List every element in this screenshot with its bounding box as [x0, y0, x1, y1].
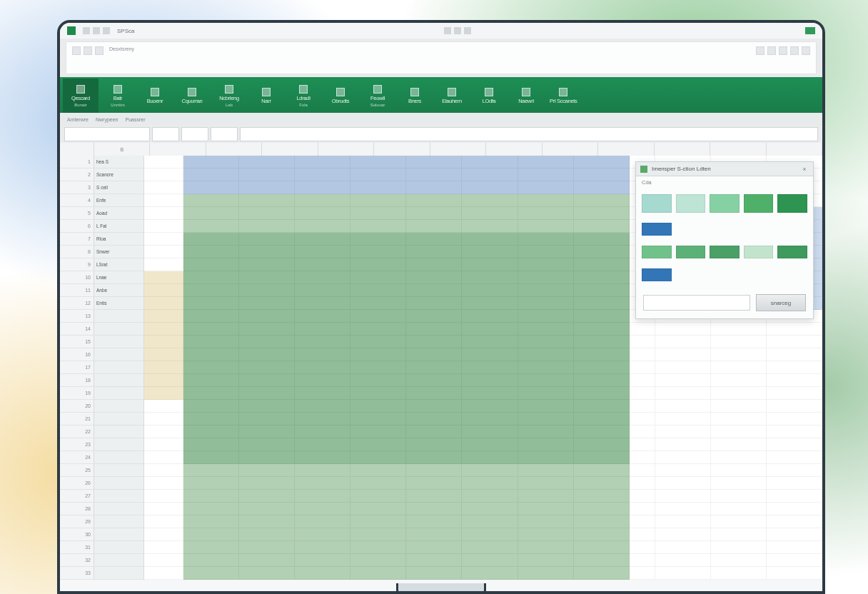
close-icon[interactable]: ×	[800, 165, 809, 173]
cell[interactable]	[518, 451, 574, 464]
ribbon-tab[interactable]: Obrudts	[323, 79, 358, 113]
cell[interactable]	[518, 246, 574, 258]
cell[interactable]	[462, 168, 518, 181]
cell[interactable]	[183, 413, 239, 426]
cell[interactable]	[183, 336, 239, 348]
cell[interactable]	[406, 374, 462, 387]
cell[interactable]	[183, 361, 239, 374]
cell[interactable]	[630, 374, 655, 387]
cell[interactable]	[144, 181, 183, 194]
cell[interactable]: S cell	[94, 181, 144, 194]
cell[interactable]	[94, 361, 144, 374]
cell[interactable]	[655, 464, 711, 477]
qat-btn[interactable]	[93, 27, 100, 34]
cell[interactable]	[295, 554, 350, 567]
cell[interactable]	[239, 515, 295, 528]
cell[interactable]	[574, 361, 630, 374]
row-header[interactable]: 32	[60, 554, 94, 567]
cell[interactable]	[630, 541, 655, 554]
cell[interactable]	[183, 464, 239, 477]
cell[interactable]	[574, 284, 630, 297]
account-badge[interactable]	[805, 27, 815, 34]
color-swatch[interactable]	[777, 194, 807, 213]
cell[interactable]	[406, 451, 462, 464]
cell[interactable]	[239, 284, 295, 297]
cell[interactable]	[239, 258, 295, 271]
cell[interactable]	[406, 168, 462, 181]
cell[interactable]	[350, 284, 406, 297]
cell[interactable]	[462, 156, 518, 168]
cell[interactable]	[144, 284, 183, 297]
cell[interactable]	[406, 336, 462, 348]
cell[interactable]	[239, 503, 295, 515]
cell[interactable]	[94, 490, 144, 503]
cell[interactable]	[462, 503, 518, 515]
cell[interactable]	[655, 541, 711, 554]
cell[interactable]	[144, 374, 183, 387]
cell[interactable]	[239, 567, 295, 580]
cell[interactable]	[183, 567, 239, 580]
cell[interactable]	[767, 348, 822, 361]
cell[interactable]	[144, 361, 183, 374]
cell[interactable]	[239, 323, 295, 336]
cell[interactable]	[574, 207, 630, 220]
cell[interactable]	[711, 400, 767, 413]
col-header[interactable]	[374, 143, 430, 156]
row-header[interactable]: 27	[60, 490, 94, 503]
cell[interactable]	[183, 503, 239, 515]
row-header[interactable]: 11	[60, 284, 94, 297]
cell[interactable]	[406, 477, 462, 490]
cell[interactable]	[183, 348, 239, 361]
cell[interactable]	[406, 554, 462, 567]
cell[interactable]: Snwer	[94, 246, 144, 258]
ribbon-tab[interactable]: NcbrlengLab	[211, 79, 247, 113]
cell[interactable]	[406, 220, 462, 233]
cell[interactable]	[350, 490, 406, 503]
cell[interactable]	[295, 361, 350, 374]
cell[interactable]	[462, 400, 518, 413]
row-header[interactable]: 30	[60, 528, 94, 541]
cell[interactable]	[406, 181, 462, 194]
row-header[interactable]: 19	[60, 387, 94, 400]
cell[interactable]	[350, 246, 406, 258]
cell[interactable]	[239, 246, 295, 258]
cell[interactable]	[574, 220, 630, 233]
cell[interactable]	[630, 477, 655, 490]
color-swatch[interactable]	[642, 194, 672, 213]
cell[interactable]	[767, 477, 822, 490]
cell[interactable]	[350, 541, 406, 554]
cell[interactable]	[711, 477, 767, 490]
cell[interactable]: L Fal	[94, 220, 144, 233]
cell[interactable]	[574, 348, 630, 361]
cell[interactable]	[711, 438, 767, 451]
cell[interactable]	[94, 451, 144, 464]
cell[interactable]	[239, 541, 295, 554]
cell[interactable]	[767, 451, 822, 464]
cell[interactable]	[94, 541, 144, 554]
cell[interactable]	[655, 503, 711, 515]
cell[interactable]	[711, 361, 767, 374]
cell[interactable]	[350, 310, 406, 323]
cell[interactable]	[518, 361, 574, 374]
cell[interactable]	[94, 323, 144, 336]
cell[interactable]	[462, 297, 518, 310]
tool-group[interactable]: Puassrer	[125, 117, 145, 122]
cell[interactable]	[518, 438, 574, 451]
cell[interactable]	[406, 323, 462, 336]
cell[interactable]	[406, 515, 462, 528]
cell[interactable]	[574, 233, 630, 246]
cell[interactable]	[462, 194, 518, 207]
cell[interactable]	[144, 220, 183, 233]
cell[interactable]: Rloa	[94, 233, 144, 246]
cell[interactable]	[574, 387, 630, 400]
cell[interactable]	[295, 336, 350, 348]
cell[interactable]	[239, 426, 295, 438]
cell[interactable]	[630, 515, 655, 528]
cell[interactable]	[767, 374, 822, 387]
cell[interactable]	[630, 503, 655, 515]
cell[interactable]	[144, 464, 183, 477]
cell[interactable]	[655, 438, 711, 451]
cell[interactable]	[295, 194, 350, 207]
cell[interactable]	[183, 220, 239, 233]
cell[interactable]	[462, 541, 518, 554]
